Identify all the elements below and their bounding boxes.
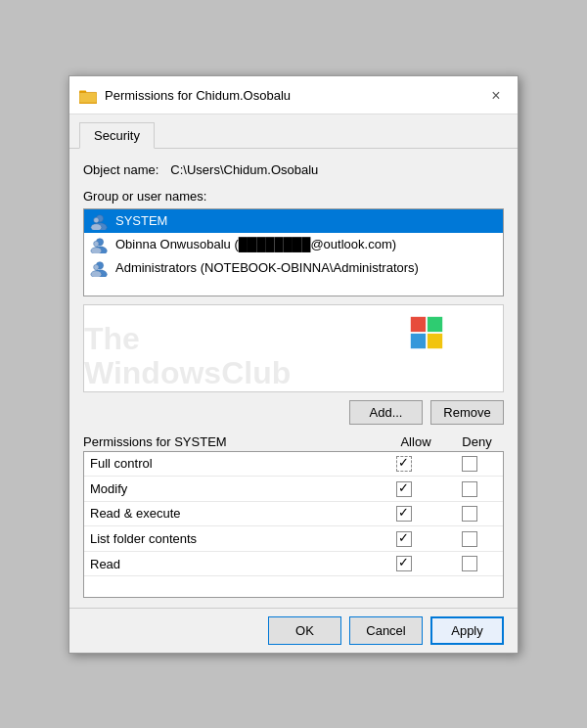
apply-button[interactable]: Apply — [430, 616, 504, 645]
svg-rect-17 — [428, 316, 442, 331]
ok-button[interactable]: OK — [268, 616, 341, 645]
svg-point-10 — [94, 241, 99, 246]
user-item-admin[interactable]: Administrators (NOTEBOOK-OBINNA\Administ… — [84, 256, 503, 280]
object-name-value: C:\Users\Chidum.Osobalu — [170, 162, 318, 177]
permissions-header: Permissions for SYSTEM Allow Deny — [83, 434, 504, 449]
permissions-table: Full control Modify — [84, 452, 503, 577]
windows-logo — [409, 315, 444, 350]
user-name-obinna: Obinna Onwusobalu (████████@outlook.com) — [115, 237, 396, 251]
perm-name-read: Read — [84, 551, 371, 576]
perm-name-fullcontrol: Full control — [84, 452, 371, 477]
watermark-area: The WindowsClub — [83, 304, 504, 392]
user-icon-admin — [90, 259, 110, 277]
svg-point-14 — [94, 264, 99, 269]
dialog-content: Object name: C:\Users\Chidum.Osobalu Gro… — [69, 149, 518, 608]
user-icon-obinna — [90, 236, 110, 253]
group-label: Group or user names: — [83, 189, 504, 204]
cb-read-allow[interactable] — [396, 556, 412, 571]
perm-name-listfolder: List folder contents — [84, 526, 371, 552]
watermark-line1: The — [84, 322, 291, 356]
perm-name-readexec: Read & execute — [84, 501, 371, 526]
watermark-line2: WindowsClub — [84, 356, 291, 390]
permissions-dialog: Permissions for Chidum.Osobalu × Securit… — [68, 75, 519, 654]
perm-header-label: Permissions for SYSTEM — [83, 434, 382, 449]
perm-allow-readexec[interactable] — [371, 501, 437, 526]
perm-header-allow: Allow — [382, 434, 450, 449]
perm-name-modify: Modify — [84, 477, 371, 502]
svg-point-6 — [94, 217, 99, 222]
perm-deny-listfolder[interactable] — [436, 526, 503, 552]
tab-security[interactable]: Security — [79, 122, 155, 149]
svg-rect-2 — [79, 92, 97, 103]
perm-row-listfolder: List folder contents — [84, 526, 503, 552]
permissions-scroll[interactable]: Full control Modify — [83, 451, 504, 598]
object-name-label: Object name: — [83, 162, 158, 177]
cb-fullcontrol-allow[interactable] — [396, 456, 412, 472]
watermark-text: The WindowsClub — [84, 322, 291, 390]
svg-rect-16 — [411, 316, 426, 331]
cb-read-deny[interactable] — [462, 556, 477, 571]
remove-button[interactable]: Remove — [430, 400, 504, 425]
user-item-system[interactable]: SYSTEM — [84, 209, 503, 233]
user-item-obinna[interactable]: Obinna Onwusobalu (████████@outlook.com) — [84, 233, 503, 256]
cb-modify-deny[interactable] — [462, 481, 477, 497]
object-name-row: Object name: C:\Users\Chidum.Osobalu — [83, 162, 504, 177]
perm-deny-fullcontrol[interactable] — [436, 452, 503, 477]
cb-readexec-deny[interactable] — [462, 506, 477, 522]
dialog-title: Permissions for Chidum.Osobalu — [105, 88, 291, 103]
tab-bar: Security — [69, 114, 518, 149]
perm-row-readexec: Read & execute — [84, 501, 503, 526]
cb-fullcontrol-deny[interactable] — [462, 456, 477, 472]
user-name-system: SYSTEM — [115, 213, 167, 228]
cb-listfolder-deny[interactable] — [462, 531, 477, 547]
perm-header-deny: Deny — [450, 434, 504, 449]
svg-rect-18 — [411, 333, 426, 347]
perm-allow-read[interactable] — [371, 551, 437, 576]
perm-deny-readexec[interactable] — [436, 501, 503, 526]
perm-allow-fullcontrol[interactable] — [371, 452, 437, 477]
svg-rect-19 — [428, 333, 442, 347]
perm-allow-modify[interactable] — [371, 477, 437, 502]
svg-point-7 — [91, 223, 102, 229]
folder-icon — [79, 87, 97, 105]
add-button[interactable]: Add... — [349, 400, 423, 425]
title-bar-left: Permissions for Chidum.Osobalu — [79, 87, 291, 105]
svg-point-15 — [91, 270, 102, 276]
close-button[interactable]: × — [484, 84, 508, 108]
perm-row-fullcontrol: Full control — [84, 452, 503, 477]
permissions-for-label: Permissions for — [83, 434, 174, 449]
cancel-button[interactable]: Cancel — [349, 616, 423, 645]
svg-point-11 — [91, 247, 102, 252]
user-icon-system — [90, 212, 110, 230]
perm-allow-listfolder[interactable] — [371, 526, 437, 552]
user-list[interactable]: SYSTEM Obinna Onwusobalu (████████@outlo… — [83, 208, 504, 296]
add-remove-row: Add... Remove — [83, 400, 504, 425]
perm-deny-modify[interactable] — [436, 477, 503, 502]
title-bar: Permissions for Chidum.Osobalu × — [69, 76, 518, 114]
dialog-footer: OK Cancel Apply — [69, 608, 518, 653]
perm-row-read: Read — [84, 551, 503, 576]
user-name-admin: Administrators (NOTEBOOK-OBINNA\Administ… — [115, 260, 419, 275]
perm-row-modify: Modify — [84, 477, 503, 502]
cb-modify-allow[interactable] — [396, 481, 412, 497]
cb-readexec-allow[interactable] — [396, 506, 412, 522]
perm-deny-read[interactable] — [436, 551, 503, 576]
permissions-subject: SYSTEM — [174, 434, 226, 449]
cb-listfolder-allow[interactable] — [396, 531, 412, 547]
